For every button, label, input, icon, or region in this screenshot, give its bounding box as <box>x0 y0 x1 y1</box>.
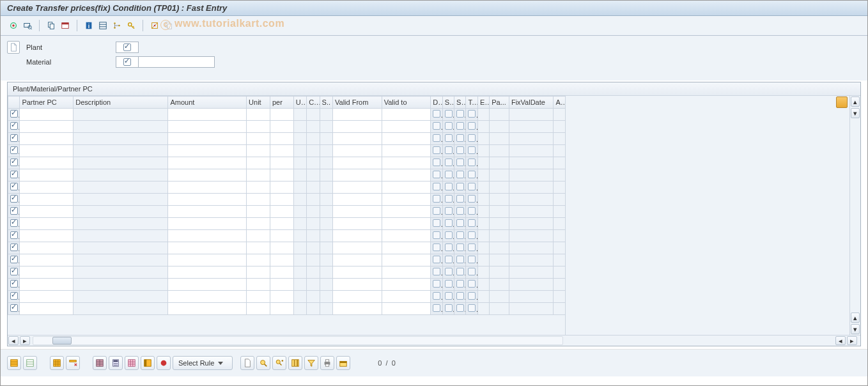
material-input[interactable] <box>138 56 215 68</box>
cell-valid-to[interactable] <box>382 157 431 169</box>
technical-icon[interactable] <box>148 19 161 32</box>
cell-d[interactable] <box>431 279 442 291</box>
cell-valid-from[interactable] <box>333 303 382 315</box>
cell-s1[interactable] <box>442 181 454 194</box>
row-selector[interactable] <box>10 122 18 130</box>
row-selector[interactable] <box>10 280 18 288</box>
cell-amount[interactable] <box>168 157 247 169</box>
cell-d[interactable] <box>431 194 442 206</box>
row-selector[interactable] <box>10 195 18 203</box>
row-selector[interactable] <box>10 219 18 227</box>
cell-per[interactable] <box>270 169 293 181</box>
cell-amount[interactable] <box>168 169 247 181</box>
cell-amount[interactable] <box>168 242 247 254</box>
cell-amount[interactable] <box>168 121 247 133</box>
cell-valid-to[interactable] <box>382 169 431 181</box>
cell-valid-from[interactable] <box>333 181 382 194</box>
table-row[interactable] <box>8 145 566 157</box>
cell-d[interactable] <box>431 242 442 254</box>
cell-amount[interactable] <box>168 303 247 315</box>
table-row[interactable] <box>8 303 566 315</box>
scroll-right-icon[interactable]: ▸ <box>20 336 30 345</box>
cell-unit[interactable] <box>247 218 270 230</box>
material-input-prefix[interactable] <box>116 56 139 68</box>
cell-valid-from[interactable] <box>333 230 382 242</box>
cell-valid-from[interactable] <box>333 194 382 206</box>
col-partner-pc[interactable]: Partner PC <box>20 96 74 109</box>
cell-amount[interactable] <box>168 181 247 194</box>
cell-partner-pc[interactable] <box>20 254 74 266</box>
find-button[interactable] <box>256 356 270 370</box>
cell-s1[interactable] <box>442 109 454 121</box>
cell-s1[interactable] <box>442 169 454 181</box>
cell-t[interactable] <box>466 291 477 303</box>
cell-partner-pc[interactable] <box>20 266 74 279</box>
cell-valid-to[interactable] <box>382 181 431 194</box>
row-selector[interactable] <box>10 268 18 275</box>
col-select[interactable] <box>8 96 20 109</box>
grid-config-button[interactable] <box>836 96 848 108</box>
col-d[interactable]: D.. <box>431 96 442 109</box>
table-row[interactable] <box>8 206 566 218</box>
cell-t[interactable] <box>466 266 477 279</box>
table-row[interactable] <box>8 291 566 303</box>
horizontal-scrollbar[interactable]: ◂ ▸ ◂ ▸ <box>8 335 860 346</box>
cell-valid-to[interactable] <box>382 109 431 121</box>
cell-unit[interactable] <box>247 279 270 291</box>
cell-s2[interactable] <box>454 218 466 230</box>
cell-amount[interactable] <box>168 279 247 291</box>
cell-s1[interactable] <box>442 206 454 218</box>
cell-partner-pc[interactable] <box>20 157 74 169</box>
row-selector[interactable] <box>10 134 18 142</box>
cell-t[interactable] <box>466 109 477 121</box>
cell-d[interactable] <box>431 303 442 315</box>
cell-s1[interactable] <box>442 218 454 230</box>
col-u[interactable]: U... <box>293 96 306 109</box>
data-grid[interactable]: Partner PC Description Amount Unit per U… <box>8 96 566 315</box>
cell-per[interactable] <box>270 109 293 121</box>
cell-valid-to[interactable] <box>382 279 431 291</box>
select-all-button[interactable] <box>7 356 21 370</box>
table-row[interactable] <box>8 242 566 254</box>
cell-s2[interactable] <box>454 121 466 133</box>
cell-per[interactable] <box>270 218 293 230</box>
cell-t[interactable] <box>466 157 477 169</box>
cell-amount[interactable] <box>168 109 247 121</box>
cell-unit[interactable] <box>247 121 270 133</box>
table-row[interactable] <box>8 109 566 121</box>
cell-valid-to[interactable] <box>382 206 431 218</box>
cell-valid-to[interactable] <box>382 266 431 279</box>
key-icon[interactable] <box>125 19 137 32</box>
col-per[interactable]: per <box>270 96 293 109</box>
cell-s1[interactable] <box>442 291 454 303</box>
grid-cfg-button[interactable] <box>141 356 155 370</box>
table-button[interactable] <box>93 356 107 370</box>
cell-amount[interactable] <box>168 291 247 303</box>
cell-valid-to[interactable] <box>382 194 431 206</box>
table-row[interactable] <box>8 133 566 145</box>
cell-s1[interactable] <box>442 254 454 266</box>
cell-s2[interactable] <box>454 254 466 266</box>
date-icon[interactable] <box>59 19 72 32</box>
cell-t[interactable] <box>466 206 477 218</box>
cell-unit[interactable] <box>247 169 270 181</box>
col-t[interactable]: T.. <box>466 96 477 109</box>
cell-partner-pc[interactable] <box>20 291 74 303</box>
scroll-down-icon[interactable]: ▴ <box>851 313 860 323</box>
cell-t[interactable] <box>466 230 477 242</box>
cell-d[interactable] <box>431 145 442 157</box>
cell-t[interactable] <box>466 169 477 181</box>
cell-partner-pc[interactable] <box>20 279 74 291</box>
cell-s2[interactable] <box>454 266 466 279</box>
cell-s2[interactable] <box>454 291 466 303</box>
cell-partner-pc[interactable] <box>20 121 74 133</box>
row-selector[interactable] <box>10 171 18 178</box>
new-button[interactable] <box>240 356 254 370</box>
cell-valid-to[interactable] <box>382 254 431 266</box>
print-button[interactable] <box>320 356 334 370</box>
cell-valid-from[interactable] <box>333 206 382 218</box>
cell-valid-to[interactable] <box>382 121 431 133</box>
table-row[interactable] <box>8 230 566 242</box>
cell-partner-pc[interactable] <box>20 194 74 206</box>
info-icon[interactable]: i <box>82 19 95 32</box>
